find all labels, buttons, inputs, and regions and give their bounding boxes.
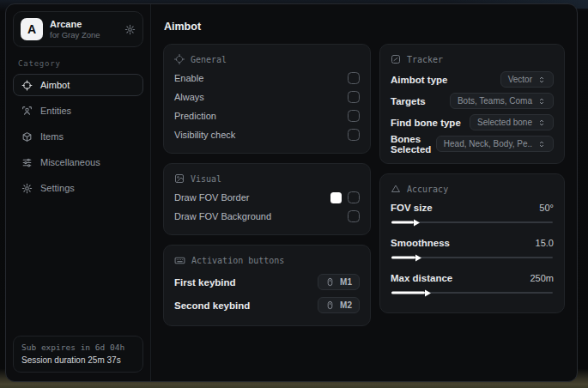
setting-row: Max distance 250m (391, 269, 554, 288)
card-title: General (191, 55, 227, 64)
setting-label: Always (174, 92, 204, 102)
dropdown-value: Selected bone (477, 118, 532, 127)
dropdown-value: Vector (508, 75, 532, 84)
setting-row: Visibility check (174, 125, 360, 144)
mouse-icon (325, 277, 335, 287)
smoothness-slider[interactable] (391, 253, 553, 262)
app-subtitle: for Gray Zone (50, 30, 100, 39)
subscription-info: Sub expires in 6d 04h Session duration 2… (13, 336, 143, 373)
prediction-checkbox[interactable] (348, 110, 360, 122)
setting-label: Aimbot type (391, 75, 447, 85)
box-icon (21, 131, 33, 142)
sidebar-item-label: Miscellaneous (40, 157, 100, 167)
setting-label: FOV size (391, 203, 433, 213)
bones-selected-dropdown[interactable]: Head, Neck, Body, Pe.. (436, 136, 554, 152)
sidebar-item-label: Items (40, 131, 64, 142)
chevrons-up-down-icon (537, 118, 546, 127)
slider-thumb[interactable] (415, 254, 421, 261)
triangle-icon (391, 184, 401, 194)
setting-row: Second keybind M2 (174, 294, 360, 317)
app-name: Arcane (50, 19, 100, 29)
general-card: General Enable Always Prediction (163, 44, 371, 154)
second-keybind-button[interactable]: M2 (318, 297, 360, 313)
person-scan-icon (21, 106, 33, 117)
enable-checkbox[interactable] (348, 72, 360, 84)
slider-thumb[interactable] (425, 289, 431, 296)
setting-row: Bones Selected Head, Neck, Body, Pe.. (391, 133, 554, 155)
setting-label: First keybind (174, 277, 236, 288)
card-title: Activation buttons (191, 256, 284, 265)
setting-row: FOV size 50° (391, 198, 554, 217)
visual-card: Visual Draw FOV Border Draw FOV Backgrou… (163, 163, 371, 235)
sub-expires-text: Sub expires in 6d 04h (21, 343, 135, 352)
setting-label: Smoothness (391, 238, 450, 248)
sidebar-item-entities[interactable]: Entities (13, 100, 143, 122)
slider-thumb[interactable] (414, 219, 420, 226)
chevrons-up-down-icon (537, 97, 546, 106)
sidebar-nav: Aimbot Entities Items (13, 74, 143, 199)
card-title: Visual (191, 174, 221, 184)
crosshair-icon (21, 80, 33, 91)
page-title: Aimbot (164, 21, 565, 33)
activation-buttons-card: Activation buttons First keybind M1 (163, 245, 371, 326)
sidebar-item-items[interactable]: Items (13, 125, 143, 148)
keybind-value: M2 (340, 300, 352, 310)
crosshair-icon (174, 54, 185, 64)
draw-fov-background-checkbox[interactable] (348, 210, 360, 222)
sidebar-item-miscellaneous[interactable]: Miscellaneous (13, 151, 143, 173)
cheat-menu-window: A Arcane for Gray Zone Category (5, 3, 578, 382)
app-header: A Arcane for Gray Zone (13, 11, 143, 47)
setting-row: Draw FOV Background (174, 207, 360, 226)
always-checkbox[interactable] (348, 91, 360, 103)
sidebar-item-label: Aimbot (40, 80, 70, 90)
keyboard-icon (174, 255, 185, 266)
fov-border-color-swatch[interactable] (330, 192, 342, 203)
category-label: Category (18, 59, 138, 68)
gear-icon (21, 183, 33, 194)
find-bone-type-dropdown[interactable]: Selected bone (470, 114, 554, 130)
keybind-value: M1 (340, 277, 352, 287)
app-logo: A (21, 18, 43, 40)
setting-row: Targets Bots, Teams, Coma (391, 90, 554, 112)
first-keybind-button[interactable]: M1 (318, 274, 360, 290)
setting-row: Aimbot type Vector (391, 69, 554, 90)
slider-value: 15.0 (536, 238, 554, 248)
setting-label: Draw FOV Border (174, 192, 249, 203)
tracker-card: Tracker Aimbot type Vector (379, 44, 565, 164)
dropdown-value: Head, Neck, Body, Pe.. (444, 139, 532, 149)
targets-dropdown[interactable]: Bots, Teams, Coma (450, 93, 554, 109)
sliders-icon (21, 157, 33, 168)
setting-label: Bones Selected (391, 134, 436, 155)
setting-row: First keybind M1 (174, 270, 360, 294)
setting-row: Draw FOV Border (174, 188, 360, 207)
slider-value: 50° (539, 203, 554, 213)
mouse-icon (325, 300, 335, 310)
draw-fov-border-checkbox[interactable] (348, 191, 360, 203)
slider-value: 250m (530, 273, 554, 283)
gear-icon[interactable] (124, 24, 136, 35)
sidebar-item-settings[interactable]: Settings (13, 177, 143, 199)
setting-label: Prediction (174, 111, 216, 121)
dropdown-value: Bots, Teams, Coma (458, 96, 532, 106)
setting-row: Find bone type Selected bone (391, 112, 554, 133)
image-icon (174, 173, 185, 184)
setting-label: Second keybind (174, 300, 250, 311)
fov-size-slider[interactable] (391, 218, 553, 227)
setting-label: Visibility check (174, 130, 235, 140)
sidebar-item-label: Settings (40, 183, 75, 193)
setting-label: Enable (174, 73, 203, 83)
card-title: Accuracy (407, 185, 448, 194)
trend-icon (391, 54, 401, 64)
max-distance-slider[interactable] (391, 288, 553, 297)
session-duration-text: Session duration 25m 37s (21, 355, 135, 365)
setting-row: Always (174, 88, 360, 106)
card-title: Tracker (407, 55, 443, 64)
sidebar-item-aimbot[interactable]: Aimbot (13, 74, 143, 96)
setting-row: Prediction (174, 106, 360, 125)
sidebar-item-label: Entities (40, 106, 71, 116)
setting-row: Smoothness 15.0 (391, 233, 554, 252)
visibility-check-checkbox[interactable] (348, 129, 360, 141)
setting-label: Find bone type (391, 118, 461, 128)
aimbot-type-dropdown[interactable]: Vector (500, 71, 554, 88)
chevrons-up-down-icon (537, 76, 546, 84)
